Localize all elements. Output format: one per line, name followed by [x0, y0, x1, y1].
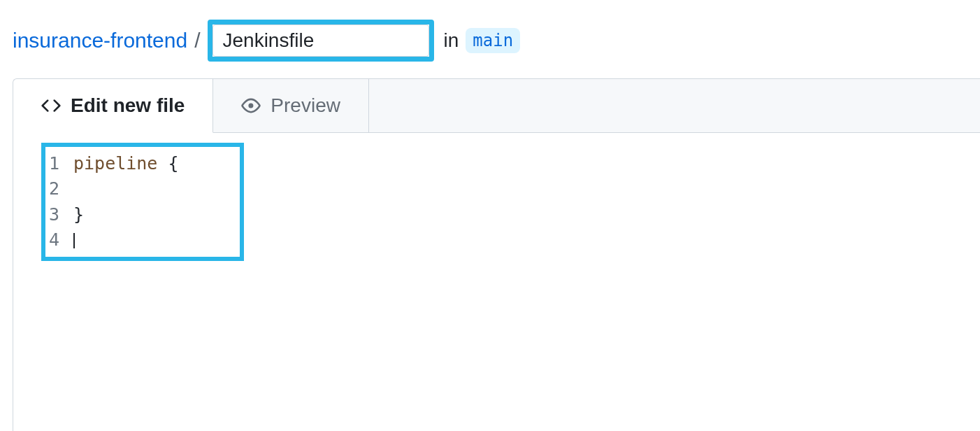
in-label: in	[444, 29, 459, 52]
line-number: 4	[45, 227, 73, 253]
code-highlight: 1 pipeline { 2 3 } 4	[41, 143, 244, 261]
code-text: pipeline {	[73, 151, 179, 176]
path-separator: /	[194, 29, 200, 52]
tab-preview-label: Preview	[271, 94, 340, 117]
code-line: 3 }	[45, 202, 240, 227]
line-number: 3	[45, 202, 73, 227]
filename-highlight	[208, 20, 434, 62]
line-number: 2	[45, 176, 73, 202]
tab-edit-label: Edit new file	[71, 94, 185, 117]
code-editor[interactable]: 1 pipeline { 2 3 } 4	[13, 133, 980, 431]
code-text	[73, 227, 75, 253]
repo-link[interactable]: insurance-frontend	[13, 29, 187, 52]
tab-preview[interactable]: Preview	[213, 79, 369, 132]
filename-input[interactable]	[212, 24, 429, 57]
breadcrumb: insurance-frontend / in main	[0, 0, 980, 78]
code-line: 2	[45, 176, 240, 202]
code-text: }	[73, 202, 84, 227]
line-number: 1	[45, 151, 73, 176]
tab-bar: Edit new file Preview	[13, 78, 980, 133]
code-line: 1 pipeline {	[45, 151, 240, 176]
eye-icon	[241, 96, 261, 115]
code-icon	[41, 96, 61, 115]
text-cursor	[73, 233, 75, 248]
branch-badge[interactable]: main	[466, 28, 520, 53]
tab-edit-new-file[interactable]: Edit new file	[13, 79, 213, 133]
code-line: 4	[45, 227, 240, 253]
